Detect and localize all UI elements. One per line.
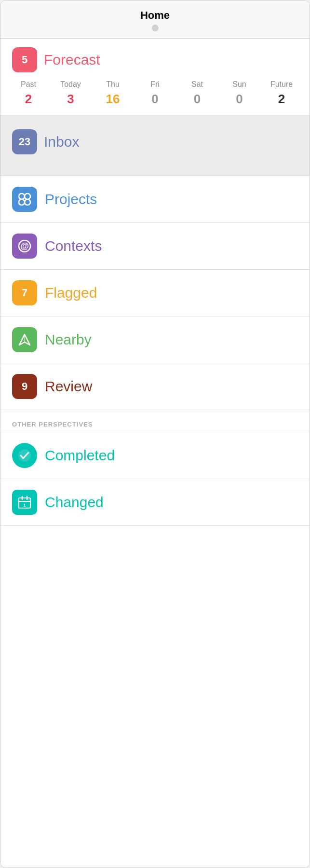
contexts-item[interactable]: @ Contexts	[0, 223, 310, 270]
flagged-icon-badge: 7	[12, 280, 37, 305]
nearby-item[interactable]: Nearby	[0, 317, 310, 363]
svg-point-3	[25, 199, 30, 205]
inbox-header: 23 Inbox	[12, 129, 298, 154]
nearby-icon-badge	[12, 327, 37, 352]
changed-icon-svg: 1	[17, 495, 32, 510]
flagged-badge-number: 7	[22, 287, 27, 299]
day-col-thu[interactable]: Thu 16	[98, 80, 127, 107]
day-label-fri: Fri	[150, 80, 160, 89]
day-label-sat: Sat	[191, 80, 203, 89]
day-count-thu: 16	[106, 92, 120, 107]
day-label-today: Today	[60, 80, 81, 89]
bottom-spacer	[0, 526, 310, 868]
other-perspectives-text: OTHER PERSPECTIVES	[12, 421, 93, 428]
inbox-section[interactable]: 23 Inbox	[0, 116, 310, 176]
forecast-icon-badge: 5	[12, 47, 37, 72]
day-col-fri[interactable]: Fri 0	[141, 80, 170, 107]
svg-text:1: 1	[23, 503, 26, 508]
contexts-icon-badge: @	[12, 234, 37, 259]
projects-item[interactable]: Projects	[0, 176, 310, 223]
completed-icon-svg	[17, 448, 32, 463]
day-label-past: Past	[21, 80, 36, 89]
day-col-past[interactable]: Past 2	[14, 80, 43, 107]
day-count-sat: 0	[194, 92, 201, 107]
day-col-sat[interactable]: Sat 0	[183, 80, 212, 107]
day-label-future: Future	[270, 80, 293, 89]
contexts-icon-svg: @	[17, 238, 32, 254]
svg-point-0	[19, 193, 25, 199]
forecast-badge-number: 5	[22, 54, 27, 66]
changed-item[interactable]: 1 Changed	[0, 479, 310, 526]
changed-title: Changed	[45, 494, 104, 510]
header: Home	[0, 0, 310, 39]
inbox-title: Inbox	[44, 134, 79, 150]
review-item[interactable]: 9 Review	[0, 363, 310, 410]
day-count-past: 2	[25, 92, 32, 107]
forecast-title: Forecast	[44, 52, 100, 68]
day-count-future: 2	[278, 92, 285, 107]
day-count-sun: 0	[236, 92, 243, 107]
day-label-thu: Thu	[106, 80, 120, 89]
header-dot	[152, 25, 159, 31]
day-label-sun: Sun	[232, 80, 246, 89]
header-title: Home	[0, 9, 310, 22]
forecast-section[interactable]: 5 Forecast Past 2 Today 3 Thu 16 Fri 0 S…	[0, 39, 310, 116]
completed-item[interactable]: Completed	[0, 432, 310, 479]
day-col-sun[interactable]: Sun 0	[225, 80, 254, 107]
inbox-icon-badge: 23	[12, 129, 37, 154]
projects-icon-svg	[16, 191, 33, 207]
review-badge-number: 9	[22, 380, 27, 393]
projects-icon-badge	[12, 187, 37, 212]
nearby-title: Nearby	[45, 331, 92, 348]
projects-title: Projects	[45, 191, 97, 207]
nearby-icon-svg	[17, 332, 32, 347]
svg-text:@: @	[20, 241, 29, 251]
changed-icon: 1	[12, 490, 37, 515]
day-col-today[interactable]: Today 3	[56, 80, 85, 107]
day-count-fri: 0	[151, 92, 158, 107]
completed-title: Completed	[45, 447, 115, 464]
flagged-title: Flagged	[45, 285, 97, 301]
inbox-badge-number: 23	[19, 136, 30, 148]
contexts-title: Contexts	[45, 238, 102, 254]
day-col-future[interactable]: Future 2	[267, 80, 296, 107]
review-icon-badge: 9	[12, 374, 37, 399]
forecast-days: Past 2 Today 3 Thu 16 Fri 0 Sat 0 Sun 0	[12, 80, 298, 107]
day-count-today: 3	[67, 92, 74, 107]
completed-icon	[12, 443, 37, 468]
forecast-header: 5 Forecast	[12, 47, 298, 72]
phone-container: Home 5 Forecast Past 2 Today 3 Thu 16	[0, 0, 310, 868]
flagged-item[interactable]: 7 Flagged	[0, 270, 310, 317]
svg-point-2	[19, 199, 25, 205]
svg-point-1	[25, 193, 30, 199]
review-title: Review	[45, 378, 92, 395]
other-perspectives-label: OTHER PERSPECTIVES	[0, 410, 310, 432]
